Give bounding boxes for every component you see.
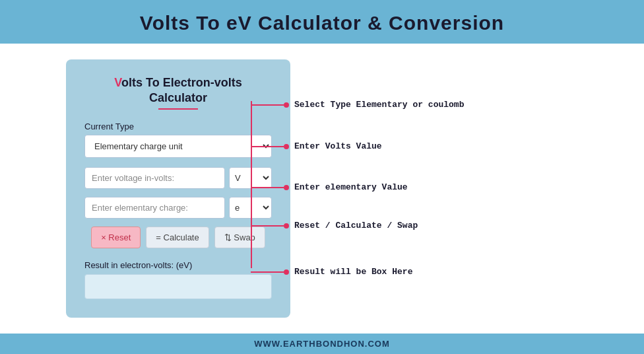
current-type-select[interactable]: Elementary charge unit Coulomb charge un… [84,135,272,158]
annotation-charge-text: Enter elementary Value [294,182,408,192]
annotation-volts-text: Enter Volts Value [294,141,382,151]
main-content: Volts To Electron-voltsCalculator Curren… [0,44,644,334]
annotations-container: Select Type Elementary or coulomb Enter … [251,44,620,334]
title-underline [158,108,198,110]
annotation-result-text: Result will be Box Here [294,267,412,277]
calc-heading: Volts To Electron-voltsCalculator [84,75,272,106]
voltage-input-row: V mV kV [84,167,272,189]
current-type-label: Current Type [84,122,272,131]
footer-url: WWW.EARTHBONDHON.COM [254,339,390,349]
charge-input[interactable] [84,197,225,219]
calculator-card: Volts To Electron-voltsCalculator Curren… [66,59,290,318]
page-title: Volts To eV Calculator & Conversion [7,12,637,34]
reset-button[interactable]: × Reset [91,227,141,248]
result-section: Result in electron-volts: (eV) [84,260,272,299]
buttons-row: × Reset = Calculate ⇅ Swap [84,227,272,248]
page-footer: WWW.EARTHBONDHON.COM [0,334,644,354]
swap-button[interactable]: ⇅ Swap [214,227,265,248]
voltage-input[interactable] [84,167,225,189]
charge-input-row: e C [84,197,272,219]
v-accent: V [114,76,121,89]
calc-title: Volts To Electron-voltsCalculator [84,75,272,110]
voltage-unit-select[interactable]: V mV kV [229,167,272,189]
page-header: Volts To eV Calculator & Conversion [0,0,644,44]
result-label: Result in electron-volts: (eV) [84,260,272,270]
charge-unit-select[interactable]: e C [229,197,272,219]
annotation-type-text: Select Type Elementary or coulomb [294,100,464,110]
annotation-buttons-text: Reset / Calculate / Swap [294,221,418,230]
current-type-section: Current Type Elementary charge unit Coul… [84,122,272,158]
result-box [84,274,272,299]
calculate-button[interactable]: = Calculate [146,227,209,248]
calc-title-rest: olts To Electron-voltsCalculator [121,76,242,104]
